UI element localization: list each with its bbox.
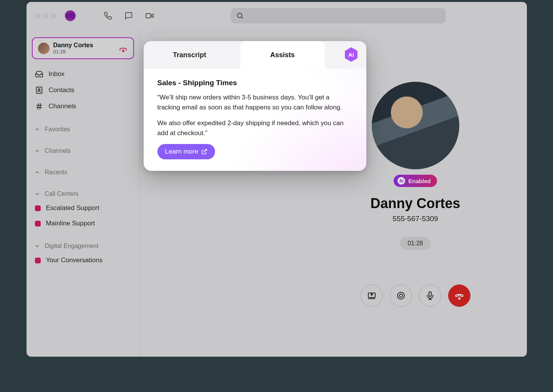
ai-enabled-badge[interactable]: Ai Enabled (394, 175, 437, 187)
screen-share-icon (367, 291, 376, 300)
contact-phone: 555-567-5309 (392, 215, 438, 223)
app-window: Danny Cortes 01:28 Inbox Contacts (26, 2, 527, 357)
avatar (38, 43, 50, 54)
color-dot-icon (35, 258, 41, 263)
ai-hex-icon: Ai (344, 47, 359, 62)
tab-transcript[interactable]: Transcript (144, 41, 236, 69)
learn-more-button[interactable]: Learn more (157, 144, 215, 159)
section-header[interactable]: Channels (32, 144, 134, 157)
toolbar-icons (103, 11, 154, 20)
call-actions (361, 284, 470, 307)
section-header[interactable]: Recents (32, 166, 134, 179)
popover-body: Sales - Shipping Times “We’ll ship new o… (144, 69, 366, 171)
svg-point-4 (38, 89, 40, 91)
video-icon[interactable] (145, 11, 154, 20)
call-info: Danny Cortes 01:28 (53, 42, 115, 55)
window-minimize[interactable] (43, 13, 48, 18)
section-digital-engagement: Digital Engagement Your Conversations (32, 240, 134, 268)
section-label: Digital Engagement (45, 243, 99, 250)
hangup-button[interactable] (448, 284, 470, 307)
button-label: Learn more (165, 148, 199, 155)
sidebar: Danny Cortes 01:28 Inbox Contacts (26, 30, 140, 357)
window-close[interactable] (36, 13, 40, 18)
call-name: Danny Cortes (53, 42, 115, 49)
section-label: Channels (45, 147, 71, 154)
svg-rect-0 (146, 14, 151, 18)
svg-line-8 (40, 103, 40, 110)
assist-title: Sales - Shipping Times (157, 79, 353, 87)
nav-channels[interactable]: Channels (32, 98, 134, 114)
record-icon (396, 291, 406, 300)
main-content: Ai Enabled Danny Cortes 555-567-5309 01:… (140, 30, 527, 357)
sub-label: Your Conversations (46, 256, 103, 264)
section-header[interactable]: Call Centers (32, 187, 134, 200)
sidebar-item-escalated-support[interactable]: Escalated Support (32, 200, 134, 216)
call-duration: 01:28 (400, 237, 430, 250)
chevron-up-icon (34, 169, 40, 175)
section-recents: Recents (32, 166, 134, 179)
record-button[interactable] (390, 284, 412, 307)
hangup-icon (454, 291, 464, 301)
sidebar-item-your-conversations[interactable]: Your Conversations (32, 253, 134, 268)
chevron-down-icon (34, 243, 40, 249)
popover-tabs: Transcript Assists Ai (144, 41, 366, 69)
section-channels: Channels (32, 144, 134, 157)
title-bar (26, 2, 527, 30)
nav-inbox[interactable]: Inbox (32, 66, 134, 82)
window-controls (36, 13, 56, 18)
app-body: Danny Cortes 01:28 Inbox Contacts (26, 30, 527, 357)
section-label: Recents (45, 169, 68, 176)
hangup-icon[interactable] (119, 43, 128, 54)
sub-label: Escalated Support (46, 204, 99, 212)
contact-name: Danny Cortes (370, 195, 460, 212)
nav-contacts[interactable]: Contacts (32, 82, 134, 98)
section-label: Call Centers (45, 190, 79, 197)
contact-avatar (372, 82, 459, 169)
window-zoom[interactable] (51, 13, 56, 18)
active-call-card[interactable]: Danny Cortes 01:28 (32, 37, 134, 59)
svg-marker-1 (151, 14, 153, 17)
microphone-icon (426, 291, 435, 300)
search-icon (236, 12, 244, 20)
color-dot-icon (35, 221, 41, 227)
mute-button[interactable] (419, 284, 441, 307)
tab-assists[interactable]: Assists (240, 41, 325, 69)
nav-label: Inbox (49, 70, 65, 78)
svg-point-2 (237, 13, 242, 18)
contacts-icon (35, 86, 43, 94)
tab-label: Assists (270, 51, 295, 59)
message-icon[interactable] (124, 11, 133, 20)
nav-label: Channels (49, 103, 76, 110)
section-header[interactable]: Favorites (32, 123, 134, 136)
enabled-label: Enabled (408, 178, 430, 184)
section-favorites: Favorites (32, 123, 134, 136)
ai-badge-icon: Ai (397, 177, 405, 185)
external-link-icon (201, 149, 207, 155)
nav-label: Contacts (49, 86, 75, 94)
sub-label: Mainline Support (46, 220, 95, 227)
chevron-down-icon (34, 191, 40, 197)
svg-rect-13 (429, 292, 431, 296)
tab-label: Transcript (173, 51, 206, 59)
app-logo-icon (65, 10, 76, 21)
svg-point-12 (399, 294, 402, 297)
inbox-icon (35, 70, 43, 78)
contact-panel: Ai Enabled Danny Cortes 555-567-5309 01:… (346, 82, 485, 307)
phone-icon[interactable] (103, 11, 113, 20)
svg-point-11 (397, 292, 404, 299)
screen-share-button[interactable] (361, 284, 383, 307)
section-call-centers: Call Centers Escalated Support Mainline … (32, 187, 134, 231)
section-label: Favorites (45, 126, 70, 133)
call-timer: 01:28 (53, 49, 115, 55)
section-header[interactable]: Digital Engagement (32, 240, 134, 253)
chevron-up-icon (34, 126, 40, 132)
nav-primary: Inbox Contacts Channels (32, 66, 134, 114)
svg-line-7 (38, 103, 38, 110)
assist-text-2: We also offer expedited 2-day shipping i… (157, 118, 353, 138)
assist-text-1: “We’ll ship new orders within 3-5 busine… (157, 93, 353, 112)
sidebar-item-mainline-support[interactable]: Mainline Support (32, 216, 134, 231)
chevron-up-icon (34, 148, 40, 154)
hash-icon (35, 102, 43, 111)
search-input[interactable] (231, 8, 446, 23)
assists-popover: Transcript Assists Ai Sales - Shipping T… (144, 41, 366, 171)
